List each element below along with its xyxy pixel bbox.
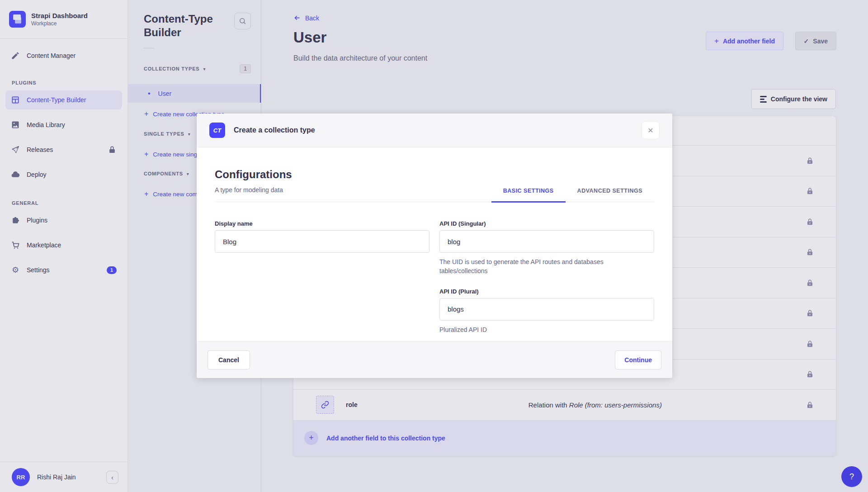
create-collection-type-modal: CT Create a collection type × Configurat… xyxy=(197,114,672,378)
close-icon: × xyxy=(648,125,653,136)
content-type-badge-icon: CT xyxy=(209,123,225,138)
close-modal-button[interactable]: × xyxy=(642,121,660,139)
display-name-label: Display name xyxy=(215,220,429,227)
tab-advanced-settings[interactable]: ADVANCED SETTINGS xyxy=(566,188,654,202)
modal-title: Create a collection type xyxy=(234,126,315,134)
modal-header: CT Create a collection type × xyxy=(197,114,672,147)
api-id-singular-input[interactable] xyxy=(439,230,654,253)
api-id-plural-input[interactable] xyxy=(439,298,654,321)
configurations-subheading: A type for modeling data xyxy=(215,186,292,194)
api-id-plural-label: API ID (Plural) xyxy=(439,288,654,295)
settings-tabs: BASIC SETTINGS ADVANCED SETTINGS xyxy=(491,188,654,202)
modal-body: Configurations A type for modeling data … xyxy=(197,147,672,334)
continue-button[interactable]: Continue xyxy=(615,350,661,369)
cancel-button[interactable]: Cancel xyxy=(208,350,250,369)
api-id-singular-helper: The UID is used to generate the API rout… xyxy=(439,257,616,276)
api-id-plural-helper: Pluralized API ID xyxy=(439,325,616,334)
display-name-input[interactable] xyxy=(215,230,429,253)
tab-basic-settings[interactable]: BASIC SETTINGS xyxy=(491,188,566,203)
modal-footer: Cancel Continue xyxy=(197,341,672,378)
question-mark-icon: ? xyxy=(849,472,854,482)
configurations-heading: Configurations xyxy=(215,168,292,181)
api-id-singular-label: API ID (Singular) xyxy=(439,220,654,227)
help-button[interactable]: ? xyxy=(841,466,862,487)
